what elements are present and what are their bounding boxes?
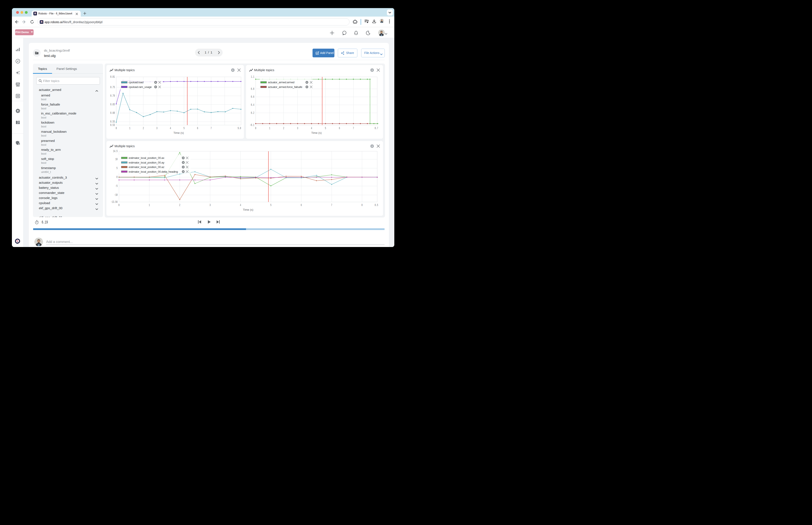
svg-text:Multiple topics: Multiple topics: [115, 68, 135, 72]
svg-text:cpuload.load: cpuload.load: [129, 81, 144, 84]
svg-text:0.6: 0.6: [251, 95, 254, 99]
svg-text:0: 0: [255, 126, 256, 130]
svg-text:5: 5: [183, 126, 184, 130]
svg-text:Time (s): Time (s): [173, 131, 184, 134]
svg-text:Multiple topics: Multiple topics: [254, 68, 274, 72]
svg-text:Time (s): Time (s): [311, 131, 322, 134]
svg-text:actuator_armed.armed: actuator_armed.armed: [268, 81, 294, 84]
svg-text:10: 10: [115, 158, 118, 161]
svg-text:estimator_local_position_00.de: estimator_local_position_00.delta_headin…: [129, 170, 178, 173]
svg-text:R: R: [41, 20, 43, 24]
svg-text:0.70: 0.70: [110, 94, 115, 98]
svg-text:0: 0: [116, 176, 118, 179]
svg-text:4: 4: [170, 126, 171, 130]
svg-text:7: 7: [353, 126, 354, 130]
svg-text:0.53: 0.53: [110, 123, 115, 127]
svg-text:9.0: 9.0: [237, 126, 241, 130]
svg-text:4: 4: [311, 126, 312, 130]
svg-text:6: 6: [197, 126, 198, 130]
svg-text:0.8: 0.8: [251, 87, 254, 91]
svg-text:3: 3: [209, 203, 210, 207]
svg-text:0.81: 0.81: [110, 75, 115, 79]
svg-text:8.5: 8.5: [374, 203, 378, 207]
svg-text:estimator_local_position_00.az: estimator_local_position_00.az: [129, 165, 164, 169]
svg-text:-5: -5: [115, 184, 118, 188]
svg-text:1: 1: [129, 126, 130, 130]
svg-text:R: R: [34, 12, 36, 15]
svg-text:14.5: 14.5: [113, 150, 118, 153]
svg-text:2: 2: [283, 126, 284, 130]
svg-text:0.60: 0.60: [110, 111, 115, 115]
svg-text:2: 2: [143, 126, 144, 130]
svg-text:actuator_armed.force_failsafe: actuator_armed.force_failsafe: [268, 85, 302, 89]
svg-text:Time (s): Time (s): [243, 208, 253, 211]
svg-text:0: 0: [118, 203, 119, 207]
svg-text:5: 5: [116, 166, 118, 170]
svg-text:3: 3: [297, 126, 298, 130]
svg-text:3: 3: [156, 126, 157, 130]
svg-text:0.55: 0.55: [110, 120, 115, 124]
svg-text:2: 2: [179, 203, 180, 207]
svg-text:0.4: 0.4: [251, 103, 254, 107]
svg-text:0.75: 0.75: [110, 86, 115, 89]
svg-text:estimator_local_position_00.ay: estimator_local_position_00.ay: [129, 161, 164, 164]
svg-text:4: 4: [240, 203, 241, 207]
svg-text:0.65: 0.65: [110, 103, 115, 106]
svg-text:estimator_local_position_00.ax: estimator_local_position_00.ax: [129, 156, 164, 160]
svg-text:-10: -10: [114, 193, 118, 197]
svg-text:7: 7: [210, 126, 211, 130]
svg-text:0: 0: [116, 126, 117, 130]
svg-text:1: 1: [269, 126, 270, 130]
svg-text:5: 5: [325, 126, 326, 130]
svg-text:1: 1: [149, 203, 150, 207]
svg-text:6: 6: [301, 203, 302, 207]
svg-text:5: 5: [270, 203, 271, 207]
svg-text:8: 8: [361, 203, 363, 207]
svg-text:8.7: 8.7: [374, 126, 378, 130]
svg-text:-0.1: -0.1: [250, 123, 254, 127]
svg-text:1.1: 1.1: [251, 75, 254, 79]
svg-text:6: 6: [339, 126, 340, 130]
svg-text:Multiple topics: Multiple topics: [115, 144, 135, 148]
svg-text:cpuload.ram_usage: cpuload.ram_usage: [129, 85, 151, 89]
svg-text:-13.94: -13.94: [111, 200, 118, 204]
svg-text:7: 7: [331, 203, 332, 207]
svg-text:0.2: 0.2: [251, 111, 254, 115]
